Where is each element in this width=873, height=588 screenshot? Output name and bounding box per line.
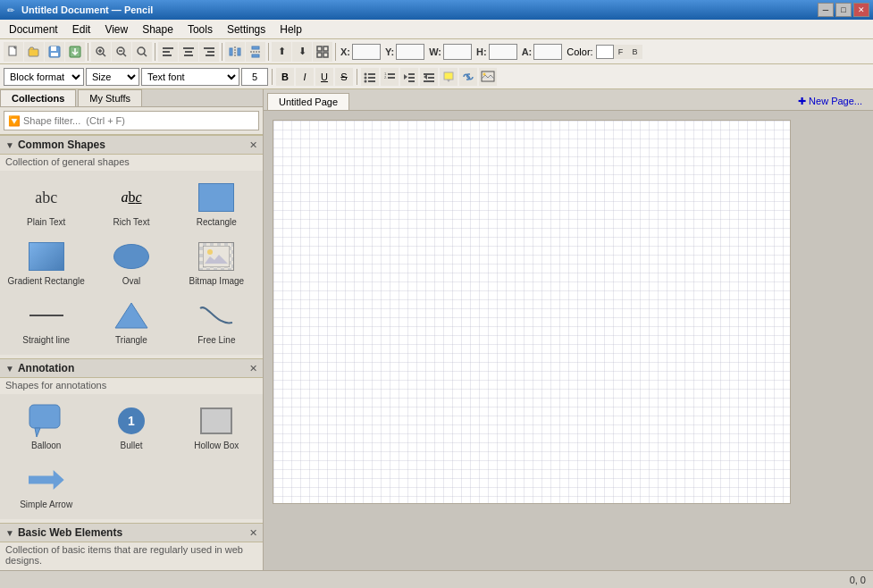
rich-text-icon: abc [109,180,154,215]
svg-rect-42 [428,77,434,79]
y-input[interactable] [396,44,424,60]
color-fg-button[interactable]: F [614,45,628,59]
shape-balloon[interactable]: Balloon [5,399,87,455]
new-page-button[interactable]: ✚ New Page... [791,94,869,109]
shape-rectangle[interactable]: Rectangle [176,176,257,231]
align-right-button[interactable] [199,42,219,62]
menu-settings[interactable]: Settings [220,20,273,38]
font-select[interactable]: Text font [141,68,239,86]
w-input[interactable] [443,44,472,60]
annotation-arrow[interactable]: ▼ [5,364,14,374]
align-center-button[interactable] [179,42,198,62]
balloon-icon [24,403,69,439]
shape-gradient-rect[interactable]: Gradient Rectangle [5,235,87,290]
common-shapes-arrow[interactable]: ▼ [5,140,14,150]
indent-button[interactable] [400,68,418,86]
zoom-in-button[interactable] [91,42,111,62]
export-button[interactable] [65,42,85,62]
menu-view[interactable]: View [97,20,135,38]
size-select[interactable]: Size [86,68,139,86]
menu-document[interactable]: Document [2,20,65,38]
search-input[interactable] [23,115,255,126]
bitmap-label: Bitmap Image [189,276,244,287]
shape-straight-line[interactable]: Straight line [5,294,87,349]
shape-plain-text[interactable]: abc Plain Text [5,176,87,231]
page-tab-untitled[interactable]: Untitled Page [267,93,349,110]
menu-help[interactable]: Help [273,20,309,38]
menu-edit[interactable]: Edit [65,20,98,38]
image-button[interactable] [479,68,497,86]
bitmap-icon [194,239,239,274]
shape-bitmap[interactable]: Bitmap Image [176,235,257,290]
bring-front-button[interactable]: ⬆ [272,42,291,62]
color-swatch[interactable] [596,45,614,59]
basic-web-close[interactable]: ✕ [249,527,257,539]
tab-collections[interactable]: Collections [0,89,76,106]
svg-rect-18 [230,48,232,55]
basic-web-header: ▼ Basic Web Elements ✕ [0,523,263,542]
open-button[interactable] [24,42,44,62]
save-button[interactable] [45,42,64,62]
zoom-out-button[interactable] [112,42,131,62]
drawing-canvas[interactable] [264,111,873,570]
list-ordered-button[interactable]: 1.2. [381,68,399,86]
shape-rich-text[interactable]: abc Rich Text [90,176,172,231]
basic-web-title: Basic Web Elements [18,526,122,539]
separator-4 [268,43,269,61]
annotation-close[interactable]: ✕ [249,363,257,374]
shape-simple-arrow[interactable]: Simple Arrow [5,458,87,514]
sidebar-tabs: Collections My Stuffs [0,89,263,107]
bold-button[interactable]: B [276,68,294,86]
highlight-button[interactable] [440,68,457,86]
distribute-v-button[interactable] [246,42,265,62]
link-button[interactable] [459,68,477,86]
simple-arrow-label: Simple Arrow [20,500,72,510]
outdent-button[interactable] [420,68,438,86]
window-controls[interactable]: ─ □ ✕ [818,3,869,17]
svg-point-32 [365,80,367,82]
hollow-box-icon [194,403,239,439]
block-format-select[interactable]: Block format [4,68,84,86]
color-field: Color: F B [567,45,642,59]
color-bg-button[interactable]: B [628,45,642,59]
shape-free-line[interactable]: Free Line [176,294,257,349]
a-input[interactable] [533,44,562,60]
common-shapes-close[interactable]: ✕ [249,139,257,151]
italic-button[interactable]: I [296,68,314,86]
svg-marker-50 [115,303,147,328]
shape-hollow-box[interactable]: Hollow Box [176,399,257,455]
close-button[interactable]: ✕ [853,3,869,17]
canvas-paper [273,120,791,504]
shape-oval[interactable]: Oval [90,235,172,290]
svg-text:2.: 2. [384,75,387,80]
straight-line-icon [24,298,69,333]
x-input[interactable] [352,44,381,60]
w-label: W: [429,46,441,57]
send-back-button[interactable]: ⬇ [292,42,312,62]
svg-rect-10 [163,51,170,53]
shape-triangle[interactable]: Triangle [90,294,172,349]
status-coords: 0, 0 [850,575,866,585]
align-left-button[interactable] [158,42,178,62]
maximize-button[interactable]: □ [835,3,852,17]
list-unordered-button[interactable] [361,68,379,86]
basic-web-arrow[interactable]: ▼ [5,528,14,538]
svg-rect-9 [163,47,173,49]
new-button[interactable] [4,42,23,62]
distribute-h-button[interactable] [225,42,245,62]
font-size-input[interactable] [241,68,268,86]
triangle-label: Triangle [115,335,147,346]
minimize-button[interactable]: ─ [818,3,834,17]
zoom-reset-button[interactable] [132,42,152,62]
group-button[interactable] [313,42,332,62]
h-label: H: [476,46,487,57]
menu-tools[interactable]: Tools [180,20,220,38]
shape-bullet[interactable]: 1 Bullet [90,399,172,455]
h-input[interactable] [489,44,517,60]
hollow-box-label: Hollow Box [194,441,239,451]
tab-my-stuffs[interactable]: My Stuffs [78,89,142,106]
menu-shape[interactable]: Shape [135,20,180,38]
underline-button[interactable]: U [315,68,333,86]
strikethrough-button[interactable]: S [335,68,353,86]
a-label: A: [522,46,533,57]
